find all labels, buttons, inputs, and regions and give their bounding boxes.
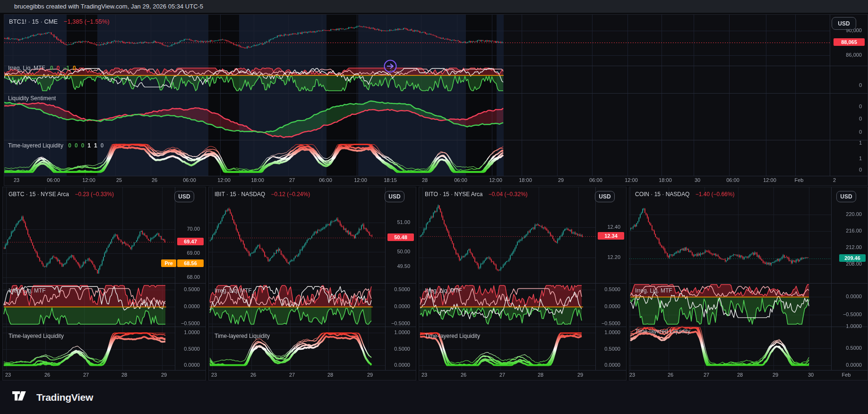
time-axis-label: 06:00 — [589, 177, 602, 183]
mini-chart-panel-coin[interactable]: COIN · 15 · NASDAQ −1.40 (−0.66%) USD Ir… — [629, 187, 868, 380]
time-axis-label: 28 — [121, 372, 127, 378]
pane-label-irreg-liq-mtf[interactable]: Irreg. Liq. MTF — [9, 287, 46, 294]
time-axis-label: 29 — [161, 372, 167, 378]
mini-chart-canvas[interactable] — [629, 187, 868, 371]
attribution-text: brucegibbs created with TradingView.com,… — [14, 3, 203, 10]
time-axis-label: 23 — [211, 372, 217, 378]
time-axis-label: 18:00 — [659, 177, 672, 183]
indicator-value: 0 — [50, 65, 53, 71]
indicator-value: 1 — [94, 142, 97, 149]
time-axis-label: 12:00 — [763, 177, 776, 183]
mini-symbol-title: GBTC · 15 · NYSE Arca — [9, 191, 69, 198]
time-axis-label: 25 — [116, 177, 122, 183]
time-axis-label: 23 — [14, 177, 19, 183]
pane-label-irreg-liq-mtf[interactable]: Irreg. Liq. MTF — [425, 287, 462, 294]
time-axis-label: 27 — [704, 372, 709, 378]
time-axis-label: 06:00 — [183, 177, 196, 183]
mini-chart-panel-bito[interactable]: BITO · 15 · NYSE Arca −0.04 (−0.32%) USD… — [419, 187, 627, 380]
currency-button[interactable]: USD — [385, 191, 404, 202]
time-axis-label: 26 — [44, 372, 50, 378]
mini-chart-canvas[interactable] — [419, 187, 627, 371]
currency-button[interactable]: USD — [832, 17, 856, 30]
mini-change: −0.12 (−0.24%) — [271, 191, 310, 198]
indicator-value: 0 — [81, 142, 85, 149]
mini-chart-panel-gbtc[interactable]: GBTC · 15 · NYSE Arca −0.23 (−0.33%) USD… — [2, 187, 206, 380]
mini-chart-canvas[interactable] — [209, 187, 416, 371]
time-axis-label: 12:00 — [82, 177, 95, 183]
pane-label-irreg-liq-mtf: Irreg. Liq. MTF — [8, 65, 45, 71]
footer-bar: TradingView — [0, 380, 868, 414]
pane-legend-liquidity-sentiment[interactable]: Liquidity Sentiment — [8, 95, 56, 102]
btc-chart-canvas[interactable] — [4, 15, 868, 176]
time-axis[interactable]: 2326272829 — [3, 370, 206, 380]
time-axis-label: 06:00 — [47, 177, 60, 183]
mini-symbol-title: IBIT · 15 · NASDAQ — [215, 191, 265, 198]
pane-label-time-layered-liquidity[interactable]: Time-layered Liquidity — [635, 328, 690, 335]
pane-label-time-layered-liquidity[interactable]: Time-layered Liquidity — [215, 333, 270, 339]
time-axis-label: 26 — [152, 177, 157, 183]
pane-legend-irreg-liq-mtf[interactable]: Irreg. Liq. MTF 00−10 — [8, 65, 76, 71]
time-axis-label: 12:00 — [625, 177, 638, 183]
pane-label-irreg-liq-mtf[interactable]: Irreg. Liq. MTF — [215, 287, 252, 294]
time-axis-label: 2 — [833, 177, 836, 183]
btc-change: −1,385 (−1.55%) — [64, 18, 110, 25]
mini-chart-canvas[interactable] — [3, 187, 206, 371]
time-axis-label: 26 — [461, 372, 466, 378]
circled-arrow-icon[interactable] — [383, 59, 397, 73]
time-axis-label: 29 — [577, 372, 583, 378]
mini-chart-panel-ibit[interactable]: IBIT · 15 · NASDAQ −0.12 (−0.24%) USD Ir… — [208, 187, 416, 380]
time-axis-label: 27 — [83, 372, 89, 378]
time-axis-label: 27 — [499, 372, 505, 378]
pane-label-liquidity-sentiment: Liquidity Sentiment — [8, 95, 56, 102]
time-axis-label: 28 — [538, 372, 543, 378]
indicator-value: 0 — [75, 142, 78, 149]
mini-chart-legend[interactable]: BITO · 15 · NYSE Arca −0.04 (−0.32%) — [425, 191, 528, 198]
time-axis-label: 23 — [629, 372, 635, 378]
tradingview-logo-icon[interactable] — [12, 391, 31, 403]
time-axis-label: 18:00 — [519, 177, 532, 183]
pane-legend-time-layered-liquidity[interactable]: Time-layered Liquidity 000110 — [8, 142, 103, 149]
time-axis-label: 06:00 — [319, 177, 332, 183]
indicator-value: 1 — [87, 142, 91, 149]
btc-symbol-title: BTC1! · 15 · CME — [9, 18, 58, 25]
mini-chart-legend[interactable]: GBTC · 15 · NYSE Arca −0.23 (−0.33%) — [9, 191, 114, 198]
time-axis-label: 28 — [737, 372, 743, 378]
chart-panel-btc[interactable]: BTC1! · 15 · CME −1,385 (−1.55%) Irreg. … — [4, 14, 868, 186]
mini-symbol-title: COIN · 15 · NASDAQ — [635, 191, 689, 198]
time-axis-label: 12:00 — [489, 177, 502, 183]
mini-chart-legend[interactable]: COIN · 15 · NASDAQ −1.40 (−0.66%) — [635, 191, 734, 198]
indicator-value: 0 — [57, 65, 60, 71]
pane-label-time-layered-liquidity[interactable]: Time-layered Liquidity — [9, 333, 64, 339]
time-axis[interactable]: 2306:0012:00252606:0012:0018:002706:0012… — [4, 175, 868, 185]
mini-chart-legend[interactable]: IBIT · 15 · NASDAQ −0.12 (−0.24%) — [215, 191, 310, 198]
time-axis-label: 30 — [695, 177, 700, 183]
mini-change: −0.23 (−0.33%) — [75, 191, 114, 198]
pane-label-time-layered-liquidity[interactable]: Time-layered Liquidity — [425, 333, 480, 339]
time-axis-label: 26 — [250, 372, 256, 378]
irreg-liq-values: 00−10 — [47, 65, 76, 71]
time-axis-label: 06:00 — [726, 177, 739, 183]
indicator-value: −1 — [63, 65, 69, 71]
mini-symbol-title: BITO · 15 · NYSE Arca — [425, 191, 482, 198]
time-axis-label: 18:00 — [251, 177, 264, 183]
currency-button[interactable]: USD — [595, 191, 615, 202]
pane-label-time-layered-liquidity: Time-layered Liquidity — [8, 142, 63, 149]
time-axis-label: 18:15 — [384, 177, 397, 183]
tradingview-wordmark[interactable]: TradingView — [36, 392, 93, 403]
pane-label-irreg-liq-mtf[interactable]: Irreg. Liq. MTF — [635, 287, 672, 294]
indicator-value: 0 — [101, 142, 104, 149]
currency-button[interactable]: USD — [836, 191, 856, 202]
indicator-value: 0 — [73, 65, 76, 71]
time-axis-label: 29 — [367, 372, 373, 378]
time-axis-label: Feb — [842, 372, 851, 378]
currency-button[interactable]: USD — [174, 191, 194, 202]
time-axis[interactable]: 232627282930Feb — [629, 370, 868, 380]
time-axis[interactable]: 2326272829 — [209, 370, 416, 380]
time-axis-label: 06:00 — [454, 177, 467, 183]
time-axis-label: 23 — [421, 372, 427, 378]
attribution-bar: brucegibbs created with TradingView.com,… — [0, 0, 868, 13]
mini-change: −0.04 (−0.32%) — [489, 191, 528, 198]
indicator-value: 0 — [68, 142, 71, 149]
time-axis[interactable]: 2326272829 — [419, 370, 626, 380]
btc-legend[interactable]: BTC1! · 15 · CME −1,385 (−1.55%) — [9, 18, 110, 25]
